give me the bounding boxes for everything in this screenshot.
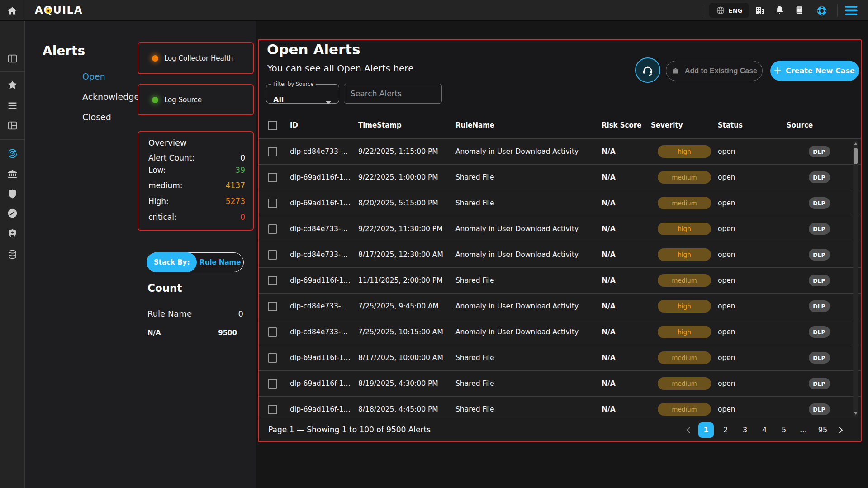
menu-icon[interactable] [845, 5, 856, 16]
cell-status: open [718, 225, 787, 233]
book-icon[interactable] [794, 5, 805, 16]
add-to-existing-case-button[interactable]: Add to Existing Case [666, 61, 763, 81]
gauge-icon[interactable] [7, 208, 18, 219]
severity-badge: high [658, 248, 711, 261]
nav-item-open[interactable]: Open [82, 71, 105, 81]
cell-rulename: Shared File [455, 405, 602, 413]
table-row[interactable]: dlp-69ad116f-1…8/18/2025, 4:45:00 PMShar… [259, 397, 861, 418]
shield-icon[interactable] [7, 188, 18, 199]
home-icon[interactable] [6, 5, 18, 17]
cell-rulename: Shared File [455, 173, 602, 181]
page-prev-button[interactable] [682, 422, 694, 438]
table-row[interactable]: dlp-cd84e733-…7/25/2025, 9:45:00 AMAnoma… [259, 294, 861, 319]
briefcase-icon [671, 66, 680, 75]
stack-by-toggle[interactable]: Stack By: Rule Name [147, 252, 244, 272]
row-checkbox[interactable] [268, 379, 277, 389]
scrollbar-thumb[interactable] [854, 148, 858, 164]
page-next-button[interactable] [835, 422, 847, 438]
cell-rulename: Anomaly in User Download Activity [455, 225, 602, 233]
column-header-source[interactable]: Source [787, 121, 861, 129]
assistant-button[interactable] [635, 57, 660, 83]
log-collector-health-card[interactable]: Log Collector Health [138, 42, 254, 74]
add-to-existing-case-label: Add to Existing Case [685, 67, 757, 75]
row-checkbox[interactable] [268, 199, 277, 208]
language-selector[interactable]: ENG [709, 3, 749, 18]
row-checkbox[interactable] [268, 173, 277, 182]
row-checkbox[interactable] [268, 353, 277, 363]
log-source-card[interactable]: Log Source [138, 84, 254, 115]
column-header-riskscore[interactable]: Risk Score [602, 121, 651, 129]
brand-logo: AQUILA [35, 4, 83, 16]
table-row[interactable]: dlp-69ad116f-1…8/20/2025, 5:15:00 PMShar… [259, 190, 861, 216]
row-checkbox[interactable] [268, 276, 277, 285]
table-row[interactable]: dlp-cd84e733-…7/25/2025, 10:15:00 AMAnom… [259, 319, 861, 345]
table-row[interactable]: dlp-69ad116f-1…8/19/2025, 4:30:00 PMShar… [259, 371, 861, 397]
source-filter-select[interactable]: Filter by Source All [266, 81, 339, 104]
row-checkbox[interactable] [268, 147, 277, 156]
row-checkbox[interactable] [268, 302, 277, 311]
plus-icon [774, 67, 781, 74]
select-all-checkbox[interactable] [268, 121, 277, 130]
radar-icon[interactable] [7, 148, 18, 159]
source-badge: DLP [809, 171, 830, 183]
nav-item-acknowledged[interactable]: Acknowledged [82, 92, 145, 102]
table-row[interactable]: dlp-cd84e733-…9/22/2025, 1:15:00 PMAnoma… [259, 139, 861, 165]
table-body: dlp-cd84e733-…9/22/2025, 1:15:00 PMAnoma… [259, 139, 861, 418]
scroll-down-arrow-icon[interactable] [854, 412, 858, 415]
column-header-severity[interactable]: Severity [651, 121, 718, 129]
star-icon[interactable] [7, 79, 18, 90]
table-row[interactable]: dlp-69ad116f-1…8/17/2025, 10:00:00 AMSha… [259, 345, 861, 371]
row-checkbox[interactable] [268, 327, 277, 337]
language-label: ENG [729, 7, 742, 14]
cell-alert-id: dlp-69ad116f-1… [290, 199, 358, 207]
support-icon[interactable] [816, 5, 827, 16]
search-input[interactable] [344, 84, 442, 104]
cell-timestamp: 8/17/2025, 10:00:00 AM [358, 354, 455, 362]
page-button-95[interactable]: 95 [815, 422, 830, 438]
stack-by-label: Stack By: [147, 252, 197, 272]
create-new-case-button[interactable]: Create New Case [770, 61, 859, 81]
page-title: Alerts [43, 43, 85, 58]
chevron-down-icon [325, 98, 332, 107]
page-button-2[interactable]: 2 [718, 422, 733, 438]
list-icon[interactable] [7, 100, 18, 111]
severity-badge: medium [658, 171, 711, 184]
table-row[interactable]: dlp-69ad116f-1…9/22/2025, 1:00:00 PMShar… [259, 165, 861, 190]
database-icon[interactable] [7, 249, 18, 260]
row-checkbox[interactable] [268, 405, 277, 414]
column-header-rulename[interactable]: RuleName [455, 121, 602, 129]
column-header-id[interactable]: ID [290, 121, 358, 129]
page-button-4[interactable]: 4 [757, 422, 772, 438]
cell-alert-id: dlp-69ad116f-1… [290, 405, 358, 413]
cell-alert-id: dlp-cd84e733-… [290, 225, 358, 233]
bell-icon[interactable] [774, 5, 785, 16]
topbar-divider [837, 4, 838, 17]
cell-rulename: Shared File [455, 354, 602, 362]
severity-badge: high [658, 300, 711, 313]
buildings-icon[interactable] [754, 5, 765, 16]
overview-value: 5273 [226, 197, 245, 206]
user-shield-icon[interactable] [7, 228, 18, 239]
nav-item-closed[interactable]: Closed [82, 112, 111, 122]
layout-grid-icon[interactable] [7, 120, 18, 131]
table-row[interactable]: dlp-69ad116f-1…11/11/2025, 2:00:00 PMSha… [259, 268, 861, 294]
page-button-1[interactable]: 1 [698, 422, 714, 438]
cell-risk-score: N/A [602, 225, 651, 233]
cell-alert-id: dlp-cd84e733-… [290, 147, 358, 156]
row-checkbox[interactable] [268, 250, 277, 260]
column-header-timestamp[interactable]: TimeStamp [358, 121, 455, 129]
source-badge: DLP [809, 223, 830, 235]
bank-icon[interactable] [7, 168, 18, 180]
column-header-status[interactable]: Status [718, 121, 787, 129]
cell-rulename: Anomaly in User Download Activity [455, 302, 602, 310]
page-button-5[interactable]: 5 [776, 422, 792, 438]
table-scrollbar[interactable] [853, 141, 858, 417]
panel-icon[interactable] [7, 53, 18, 64]
page-button-3[interactable]: 3 [737, 422, 753, 438]
cell-timestamp: 8/17/2025, 12:30:00 AM [358, 251, 455, 259]
app-root: AQUILA ENG [0, 0, 868, 488]
scroll-up-arrow-icon[interactable] [854, 142, 858, 145]
row-checkbox[interactable] [268, 224, 277, 234]
table-row[interactable]: dlp-cd84e733-…8/17/2025, 12:30:00 AMAnom… [259, 242, 861, 268]
table-row[interactable]: dlp-cd84e733-…9/22/2025, 11:30:00 PMAnom… [259, 216, 861, 242]
